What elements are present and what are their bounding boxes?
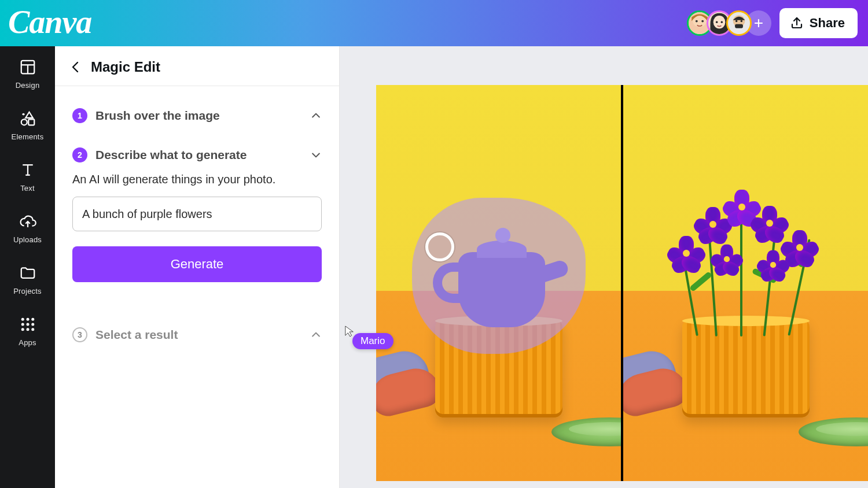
panel-header: Magic Edit bbox=[55, 46, 339, 86]
step-badge: 1 bbox=[72, 108, 87, 123]
rail-item-label: Text bbox=[20, 184, 35, 193]
side-panel: Magic Edit 1 Brush over the image 2 Desc… bbox=[55, 46, 340, 488]
step-badge: 2 bbox=[72, 147, 87, 162]
step-badge: 3 bbox=[72, 327, 87, 342]
step-3-header[interactable]: 3 Select a result bbox=[72, 319, 322, 350]
svg-point-23 bbox=[31, 323, 34, 326]
svg-point-26 bbox=[31, 328, 34, 331]
before-pane bbox=[376, 85, 621, 481]
step-title: Describe what to generate bbox=[95, 148, 247, 162]
step-title: Select a result bbox=[95, 328, 178, 342]
svg-point-21 bbox=[21, 323, 24, 326]
svg-point-6 bbox=[716, 21, 718, 23]
generate-button[interactable]: Generate bbox=[72, 246, 322, 282]
back-icon[interactable] bbox=[69, 60, 83, 74]
share-button-label: Share bbox=[810, 16, 845, 31]
cloud-upload-icon bbox=[19, 212, 37, 231]
svg-point-12 bbox=[740, 20, 742, 22]
share-icon bbox=[790, 16, 804, 30]
text-icon bbox=[19, 161, 37, 179]
rail-item-elements[interactable]: Elements bbox=[0, 107, 55, 143]
step-1-header[interactable]: 1 Brush over the image bbox=[72, 100, 322, 131]
svg-point-3 bbox=[701, 20, 704, 23]
svg-point-7 bbox=[720, 21, 722, 23]
prompt-input[interactable] bbox=[72, 197, 322, 231]
apps-grid-icon bbox=[19, 315, 37, 334]
step-2-header[interactable]: 2 Describe what to generate bbox=[72, 131, 322, 171]
rail-item-uploads[interactable]: Uploads bbox=[0, 210, 55, 246]
purple-teapot bbox=[435, 217, 562, 333]
rail-item-label: Apps bbox=[19, 338, 36, 347]
step-2-body: An AI will generate things in your photo… bbox=[72, 171, 322, 291]
purple-flowers bbox=[653, 186, 838, 337]
top-bar: Canva + Share bbox=[0, 0, 868, 46]
template-icon bbox=[19, 58, 37, 76]
rail-item-text[interactable]: Text bbox=[0, 158, 55, 195]
canva-logo: Canva bbox=[8, 3, 91, 40]
canvas-area[interactable] bbox=[340, 46, 868, 488]
folder-icon bbox=[19, 264, 37, 282]
steps: 1 Brush over the image 2 Describe what t… bbox=[55, 86, 339, 350]
svg-point-19 bbox=[26, 318, 29, 321]
chevron-up-icon bbox=[310, 329, 322, 341]
main: Design Elements Text Uploads Projects bbox=[0, 46, 868, 488]
collaborator-avatars: + bbox=[687, 10, 771, 36]
svg-point-11 bbox=[735, 20, 737, 22]
chevron-up-icon bbox=[310, 110, 322, 121]
svg-point-25 bbox=[26, 328, 29, 331]
step-title: Brush over the image bbox=[95, 109, 220, 123]
design-canvas[interactable] bbox=[376, 85, 868, 481]
svg-rect-17 bbox=[28, 119, 34, 125]
rail-item-label: Design bbox=[16, 81, 40, 90]
svg-point-20 bbox=[31, 318, 34, 321]
svg-point-18 bbox=[21, 318, 24, 321]
avatar[interactable] bbox=[726, 10, 752, 36]
svg-point-24 bbox=[21, 328, 24, 331]
top-bar-right: + Share bbox=[687, 8, 858, 38]
brush-cursor-ring bbox=[425, 232, 454, 261]
rail-item-label: Elements bbox=[12, 132, 44, 141]
shapes-icon bbox=[19, 109, 37, 128]
step-hint: An AI will generate things in your photo… bbox=[72, 173, 322, 186]
panel-title: Magic Edit bbox=[91, 59, 160, 75]
svg-point-16 bbox=[21, 119, 27, 125]
svg-rect-10 bbox=[735, 24, 743, 28]
after-pane bbox=[621, 85, 868, 481]
rail-item-projects[interactable]: Projects bbox=[0, 261, 55, 298]
share-button[interactable]: Share bbox=[779, 8, 858, 38]
left-rail: Design Elements Text Uploads Projects bbox=[0, 46, 55, 488]
chevron-down-icon bbox=[310, 149, 322, 161]
svg-point-2 bbox=[696, 20, 698, 23]
rail-item-label: Uploads bbox=[13, 235, 42, 244]
svg-point-22 bbox=[26, 323, 29, 326]
rail-item-design[interactable]: Design bbox=[0, 56, 55, 92]
rail-item-label: Projects bbox=[13, 287, 42, 295]
rail-item-apps[interactable]: Apps bbox=[0, 313, 55, 349]
